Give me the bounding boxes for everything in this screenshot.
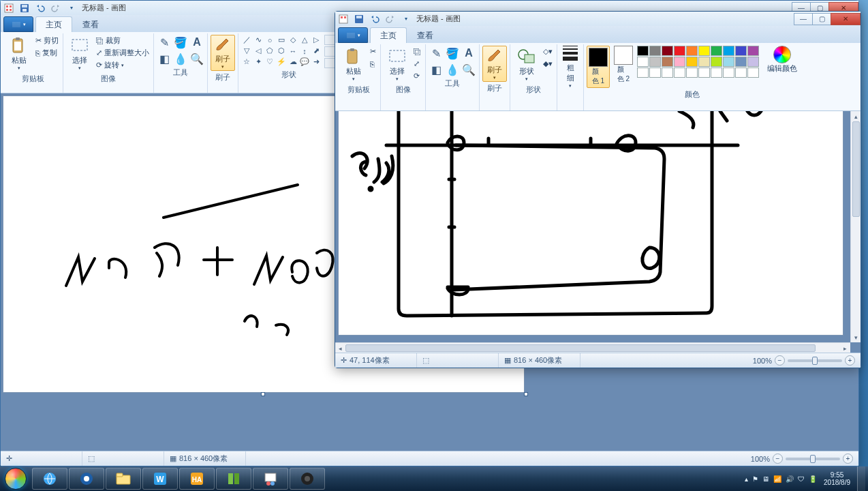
- resize-button[interactable]: ⤢重新调整大小: [95, 47, 151, 59]
- qat-dropdown-icon[interactable]: ▾: [64, 2, 79, 14]
- tray-volume-icon[interactable]: 🔊: [786, 475, 794, 483]
- select-button[interactable]: 选择▾: [384, 46, 411, 83]
- app-menu-button[interactable]: ▾: [3, 16, 33, 32]
- taskbar-app1[interactable]: [69, 468, 104, 490]
- paste-button[interactable]: 粘贴▾: [5, 35, 33, 72]
- palette-swatch[interactable]: [674, 68, 685, 78]
- shapes-gallery[interactable]: ／∿○▭◇△▷ ▽◁⬠⬡↔↕⬈ ☆✦♡⚡☁💬➜: [241, 35, 322, 67]
- palette-swatch[interactable]: [711, 57, 722, 67]
- palette-swatch[interactable]: [735, 46, 747, 56]
- palette-swatch[interactable]: [698, 68, 710, 78]
- fill-tool-icon[interactable]: 🪣: [173, 35, 188, 50]
- palette-swatch[interactable]: [674, 57, 685, 67]
- eraser-tool-icon[interactable]: ◧: [429, 62, 444, 77]
- palette-swatch[interactable]: [698, 46, 710, 56]
- app-menu-button[interactable]: ▾: [338, 27, 368, 43]
- palette-swatch[interactable]: [711, 68, 722, 78]
- scrollbar-horizontal[interactable]: ◂ ▸: [335, 342, 850, 353]
- tray-clock[interactable]: 9:55 2018/8/9: [824, 471, 850, 486]
- text-tool-icon[interactable]: A: [189, 35, 204, 50]
- pencil-tool-icon[interactable]: ✎: [157, 35, 172, 50]
- copy-button[interactable]: ⎘复制: [34, 47, 60, 59]
- palette-swatch[interactable]: [686, 57, 698, 67]
- fill-button[interactable]: ◆▾: [542, 58, 554, 70]
- tray-battery-icon[interactable]: 🔋: [809, 475, 817, 483]
- palette-swatch[interactable]: [747, 46, 759, 56]
- zoom-out-button[interactable]: −: [775, 355, 785, 366]
- palette-swatch[interactable]: [723, 68, 734, 78]
- rotate-button[interactable]: ⟳旋转▾: [95, 59, 151, 71]
- palette-swatch[interactable]: [747, 57, 759, 67]
- resize-button[interactable]: ⤢: [412, 58, 422, 70]
- color2-button[interactable]: 颜 色 2: [614, 46, 633, 84]
- zoom-out-button[interactable]: −: [773, 453, 783, 464]
- tab-home[interactable]: 主页: [370, 27, 407, 43]
- palette-swatch[interactable]: [735, 57, 747, 67]
- palette-swatch[interactable]: [662, 68, 673, 78]
- redo-icon[interactable]: [48, 2, 63, 14]
- tray-flag-icon[interactable]: ⚑: [752, 475, 758, 483]
- outline-button[interactable]: ◇▾: [542, 46, 554, 57]
- save-icon[interactable]: [17, 2, 32, 14]
- cut-button[interactable]: ✂: [369, 46, 377, 57]
- color1-button[interactable]: 颜 色 1: [587, 46, 610, 88]
- scrollbar-vertical[interactable]: ▴ ▾: [850, 111, 861, 342]
- crop-button[interactable]: ⿻裁剪: [95, 35, 151, 46]
- magnifier-tool-icon[interactable]: 🔍: [461, 62, 476, 77]
- undo-icon[interactable]: [367, 13, 382, 25]
- tab-view[interactable]: 查看: [407, 27, 444, 43]
- edit-colors-button[interactable]: 编辑颜色: [767, 46, 797, 74]
- palette-swatch[interactable]: [662, 46, 673, 56]
- canvas-front[interactable]: [339, 111, 843, 335]
- palette-swatch[interactable]: [735, 68, 747, 78]
- cut-button[interactable]: ✂剪切: [34, 35, 60, 46]
- close-button[interactable]: ✕: [831, 13, 861, 25]
- palette-swatch[interactable]: [662, 57, 673, 67]
- palette-swatch[interactable]: [723, 57, 734, 67]
- tray-up-icon[interactable]: ▴: [745, 475, 748, 483]
- pencil-tool-icon[interactable]: ✎: [429, 46, 444, 61]
- zoom-slider[interactable]: [788, 359, 842, 362]
- zoom-in-button[interactable]: +: [843, 453, 853, 464]
- rotate-button[interactable]: ⟳: [412, 70, 422, 82]
- tab-home[interactable]: 主页: [35, 16, 72, 32]
- start-button[interactable]: [0, 466, 31, 491]
- shapes-button[interactable]: 形状▾: [513, 46, 540, 83]
- palette-swatch[interactable]: [637, 46, 649, 56]
- palette-swatch[interactable]: [637, 68, 649, 78]
- undo-icon[interactable]: [33, 2, 48, 14]
- taskbar-paint[interactable]: [253, 468, 288, 490]
- palette-swatch[interactable]: [649, 68, 661, 78]
- palette-swatch[interactable]: [698, 57, 710, 67]
- zoom-slider[interactable]: [786, 458, 840, 460]
- taskbar-app3[interactable]: [290, 468, 325, 490]
- palette-swatch[interactable]: [674, 46, 685, 56]
- taskbar-explorer[interactable]: [106, 468, 141, 490]
- eraser-tool-icon[interactable]: ◧: [157, 51, 172, 66]
- size-button[interactable]: 粗 细▾: [560, 46, 580, 89]
- palette-swatch[interactable]: [723, 46, 734, 56]
- taskbar-ie[interactable]: [32, 468, 67, 490]
- palette-swatch[interactable]: [747, 68, 759, 78]
- crop-button[interactable]: ⿻: [412, 46, 422, 57]
- taskbar-app2[interactable]: [216, 468, 251, 490]
- show-desktop-button[interactable]: [857, 466, 865, 491]
- picker-tool-icon[interactable]: 💧: [173, 51, 188, 66]
- palette-swatch[interactable]: [686, 46, 698, 56]
- palette-swatch[interactable]: [711, 46, 722, 56]
- paste-button[interactable]: 粘贴▾: [340, 46, 367, 83]
- zoom-in-button[interactable]: +: [845, 355, 855, 366]
- copy-button[interactable]: ⎘: [369, 58, 377, 70]
- redo-icon[interactable]: [383, 13, 398, 25]
- palette-swatch[interactable]: [649, 46, 661, 56]
- fill-tool-icon[interactable]: 🪣: [445, 46, 460, 61]
- taskbar-wps[interactable]: W: [142, 468, 178, 490]
- brush-button[interactable]: 刷子▾: [211, 35, 235, 71]
- color-palette[interactable]: [637, 46, 759, 78]
- taskbar-ha[interactable]: HA: [179, 468, 215, 490]
- resize-handle[interactable]: [261, 392, 265, 396]
- resize-handle[interactable]: [524, 392, 528, 396]
- tray-shield-icon[interactable]: 🛡: [798, 475, 805, 483]
- tray-network-icon[interactable]: 📶: [773, 475, 781, 483]
- qat-dropdown-icon[interactable]: ▾: [399, 13, 414, 25]
